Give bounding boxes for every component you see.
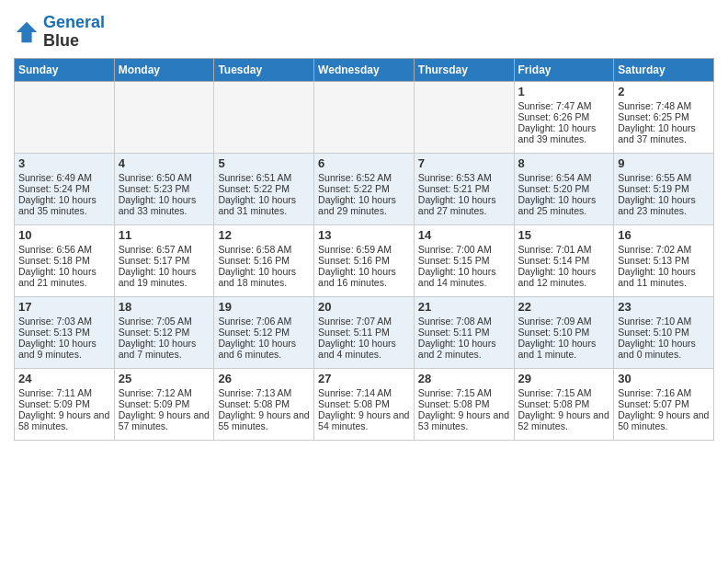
daylight-text: Daylight: 10 hours and 16 minutes. (318, 266, 396, 288)
daylight-text: Daylight: 10 hours and 35 minutes. (18, 194, 97, 216)
day-number: 26 (218, 372, 310, 385)
sunrise-text: Sunrise: 6:58 AM (218, 244, 291, 255)
sunrise-text: Sunrise: 7:07 AM (318, 316, 392, 327)
calendar-week-5: 24Sunrise: 7:11 AMSunset: 5:09 PMDayligh… (15, 368, 714, 440)
sunset-text: Sunset: 5:08 PM (218, 398, 290, 409)
calendar-cell: 25Sunrise: 7:12 AMSunset: 5:09 PMDayligh… (114, 368, 214, 440)
weekday-header-tuesday: Tuesday (214, 58, 314, 81)
logo-icon (14, 19, 40, 45)
daylight-text: Daylight: 9 hours and 54 minutes. (318, 409, 409, 431)
calendar-cell: 30Sunrise: 7:16 AMSunset: 5:07 PMDayligh… (614, 368, 714, 440)
sunrise-text: Sunrise: 6:51 AM (218, 172, 291, 183)
daylight-text: Daylight: 10 hours and 25 minutes. (518, 194, 597, 216)
daylight-text: Daylight: 10 hours and 1 minute. (518, 338, 597, 360)
sunrise-text: Sunrise: 7:06 AM (218, 316, 291, 327)
sunset-text: Sunset: 5:12 PM (218, 327, 290, 338)
calendar-cell (114, 81, 214, 153)
calendar-cell: 21Sunrise: 7:08 AMSunset: 5:11 PMDayligh… (414, 296, 514, 368)
weekday-header-sunday: Sunday (15, 58, 115, 81)
calendar-cell: 17Sunrise: 7:03 AMSunset: 5:13 PMDayligh… (15, 296, 115, 368)
calendar-cell: 14Sunrise: 7:00 AMSunset: 5:15 PMDayligh… (414, 224, 514, 296)
day-number: 8 (518, 156, 610, 170)
weekday-header-friday: Friday (514, 58, 614, 81)
sunset-text: Sunset: 5:08 PM (318, 398, 390, 409)
calendar-cell: 1Sunrise: 7:47 AMSunset: 6:26 PMDaylight… (514, 81, 614, 153)
daylight-text: Daylight: 10 hours and 21 minutes. (18, 266, 97, 288)
sunset-text: Sunset: 5:10 PM (618, 327, 689, 338)
sunrise-text: Sunrise: 7:15 AM (418, 387, 492, 398)
daylight-text: Daylight: 10 hours and 33 minutes. (119, 194, 197, 216)
sunrise-text: Sunrise: 6:55 AM (618, 172, 691, 183)
calendar-cell: 22Sunrise: 7:09 AMSunset: 5:10 PMDayligh… (514, 296, 614, 368)
day-number: 25 (119, 372, 210, 385)
calendar-cell: 24Sunrise: 7:11 AMSunset: 5:09 PMDayligh… (15, 368, 115, 440)
sunset-text: Sunset: 5:18 PM (18, 255, 90, 266)
sunset-text: Sunset: 5:09 PM (18, 398, 90, 409)
sunset-text: Sunset: 5:13 PM (618, 255, 689, 266)
sunset-text: Sunset: 5:12 PM (119, 327, 190, 338)
calendar-cell (314, 81, 415, 153)
calendar-cell (414, 81, 514, 153)
calendar-week-4: 17Sunrise: 7:03 AMSunset: 5:13 PMDayligh… (15, 296, 714, 368)
calendar-table: SundayMondayTuesdayWednesdayThursdayFrid… (14, 58, 714, 441)
sunrise-text: Sunrise: 6:50 AM (119, 172, 192, 183)
calendar-cell: 5Sunrise: 6:51 AMSunset: 5:22 PMDaylight… (214, 153, 314, 224)
day-number: 23 (618, 300, 710, 314)
sunrise-text: Sunrise: 7:11 AM (18, 387, 92, 398)
calendar-cell: 29Sunrise: 7:15 AMSunset: 5:08 PMDayligh… (514, 368, 614, 440)
sunset-text: Sunset: 5:07 PM (618, 398, 689, 409)
logo: GeneralBlue (14, 14, 105, 51)
daylight-text: Daylight: 10 hours and 11 minutes. (618, 266, 696, 288)
calendar-cell (214, 81, 314, 153)
day-number: 14 (418, 228, 510, 242)
calendar-cell: 23Sunrise: 7:10 AMSunset: 5:10 PMDayligh… (614, 296, 714, 368)
daylight-text: Daylight: 10 hours and 12 minutes. (518, 266, 597, 288)
day-number: 7 (418, 156, 510, 170)
weekday-header-row: SundayMondayTuesdayWednesdayThursdayFrid… (15, 58, 714, 81)
logo-text: GeneralBlue (43, 14, 105, 51)
calendar-cell: 16Sunrise: 7:02 AMSunset: 5:13 PMDayligh… (614, 224, 714, 296)
calendar-cell: 26Sunrise: 7:13 AMSunset: 5:08 PMDayligh… (214, 368, 314, 440)
day-number: 3 (18, 156, 110, 170)
weekday-header-thursday: Thursday (414, 58, 514, 81)
sunrise-text: Sunrise: 6:54 AM (518, 172, 592, 183)
sunset-text: Sunset: 5:21 PM (418, 183, 490, 194)
day-number: 16 (618, 228, 710, 242)
calendar-cell: 6Sunrise: 6:52 AMSunset: 5:22 PMDaylight… (314, 153, 415, 224)
sunrise-text: Sunrise: 7:12 AM (119, 387, 192, 398)
day-number: 27 (318, 372, 410, 385)
daylight-text: Daylight: 10 hours and 27 minutes. (418, 194, 496, 216)
sunset-text: Sunset: 5:13 PM (18, 327, 90, 338)
day-number: 12 (218, 228, 310, 242)
day-number: 17 (18, 300, 110, 314)
daylight-text: Daylight: 9 hours and 57 minutes. (119, 409, 210, 431)
day-number: 24 (18, 372, 110, 385)
calendar-cell (15, 81, 115, 153)
day-number: 29 (518, 372, 610, 385)
sunrise-text: Sunrise: 7:08 AM (418, 316, 492, 327)
calendar-cell: 20Sunrise: 7:07 AMSunset: 5:11 PMDayligh… (314, 296, 415, 368)
sunrise-text: Sunrise: 6:52 AM (318, 172, 392, 183)
calendar-cell: 8Sunrise: 6:54 AMSunset: 5:20 PMDaylight… (514, 153, 614, 224)
daylight-text: Daylight: 10 hours and 19 minutes. (119, 266, 197, 288)
day-number: 18 (119, 300, 210, 314)
weekday-header-wednesday: Wednesday (314, 58, 415, 81)
sunset-text: Sunset: 5:19 PM (618, 183, 689, 194)
sunset-text: Sunset: 5:22 PM (318, 183, 390, 194)
day-number: 13 (318, 228, 410, 242)
sunset-text: Sunset: 5:11 PM (318, 327, 390, 338)
sunset-text: Sunset: 5:14 PM (518, 255, 590, 266)
day-number: 10 (18, 228, 110, 242)
sunrise-text: Sunrise: 7:03 AM (18, 316, 92, 327)
calendar-cell: 18Sunrise: 7:05 AMSunset: 5:12 PMDayligh… (114, 296, 214, 368)
sunset-text: Sunset: 5:16 PM (318, 255, 390, 266)
daylight-text: Daylight: 10 hours and 14 minutes. (418, 266, 496, 288)
sunrise-text: Sunrise: 7:47 AM (518, 100, 592, 111)
day-number: 15 (518, 228, 610, 242)
sunrise-text: Sunrise: 6:56 AM (18, 244, 92, 255)
calendar-cell: 9Sunrise: 6:55 AMSunset: 5:19 PMDaylight… (614, 153, 714, 224)
calendar-cell: 12Sunrise: 6:58 AMSunset: 5:16 PMDayligh… (214, 224, 314, 296)
sunrise-text: Sunrise: 6:59 AM (318, 244, 392, 255)
sunrise-text: Sunrise: 7:09 AM (518, 316, 592, 327)
sunset-text: Sunset: 5:16 PM (218, 255, 290, 266)
